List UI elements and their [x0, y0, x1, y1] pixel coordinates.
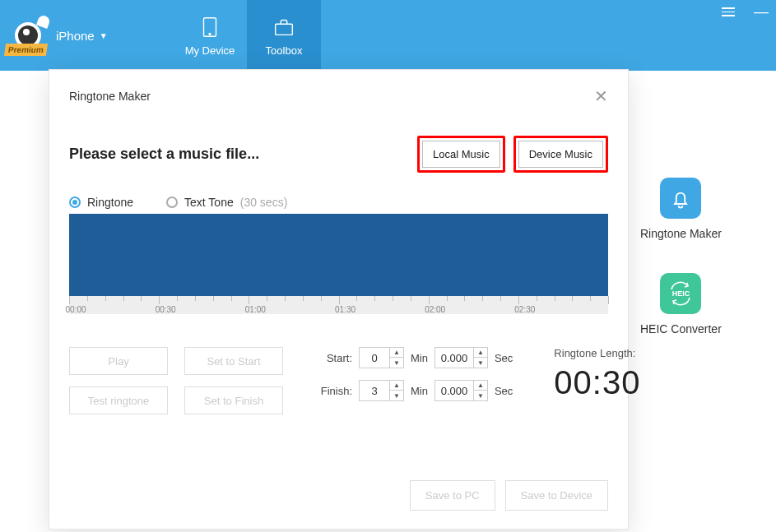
time-ruler: 00:0000:3001:0001:3002:0002:30	[69, 296, 608, 314]
length-label: Ringtone Length:	[554, 347, 640, 359]
toolbox-icon	[272, 15, 296, 39]
tablet-icon	[197, 15, 222, 39]
tile-ringtone-maker[interactable]: Ringtone Maker	[640, 178, 722, 240]
tone-type-radios: Ringtone Text Tone(30 secs)	[69, 196, 608, 209]
dialog-heading: Please select a music file...	[69, 146, 259, 163]
tab-toolbox[interactable]: Toolbox	[247, 0, 321, 71]
nav-tabs: My Device Toolbox	[173, 0, 321, 71]
radio-off-icon	[166, 197, 178, 208]
device-music-button[interactable]: Device Music	[518, 141, 603, 168]
spin-up-icon[interactable]: ▲	[390, 380, 403, 391]
app-logo: Premium	[7, 11, 56, 60]
caret-down-icon: ▼	[100, 31, 108, 40]
radio-label: Text Tone	[184, 196, 234, 209]
ruler-label: 01:00	[245, 305, 266, 314]
tile-label: Ringtone Maker	[640, 227, 722, 240]
texttone-hint: (30 secs)	[240, 196, 288, 209]
heic-badge-text: HEIC	[672, 289, 690, 298]
spin-down-icon[interactable]: ▼	[390, 391, 403, 401]
test-ringtone-button[interactable]: Test ringtone	[69, 386, 168, 414]
spin-down-icon[interactable]: ▼	[390, 358, 403, 368]
ruler-label: 02:30	[514, 305, 535, 314]
svg-rect-2	[276, 24, 293, 35]
radio-label: Ringtone	[87, 196, 133, 209]
start-sec-input[interactable]: ▲▼	[434, 347, 488, 368]
radio-ringtone[interactable]: Ringtone	[69, 196, 133, 209]
svg-point-1	[209, 33, 211, 35]
finish-label: Finish:	[316, 385, 352, 397]
sec-unit: Sec	[495, 352, 513, 364]
tab-label: My Device	[185, 44, 235, 57]
start-label: Start:	[316, 352, 352, 364]
bell-icon	[660, 178, 701, 219]
menu-icon[interactable]	[722, 3, 738, 21]
spin-up-icon[interactable]: ▲	[474, 347, 487, 358]
min-unit: Min	[411, 352, 428, 364]
toolbox-tiles: Ringtone Maker HEIC HEIC Converter	[640, 178, 722, 335]
ruler-label: 02:00	[425, 305, 445, 314]
radio-on-icon	[69, 197, 81, 208]
device-label: iPhone	[56, 29, 95, 43]
spin-up-icon[interactable]: ▲	[474, 380, 487, 391]
finish-min-input[interactable]: ▲▼	[359, 380, 404, 401]
spin-down-icon[interactable]: ▼	[474, 358, 487, 368]
save-row: Save to PC Save to Device	[410, 480, 608, 511]
device-selector[interactable]: iPhone ▼	[56, 29, 108, 43]
window-controls: —	[722, 3, 769, 21]
play-button[interactable]: Play	[69, 347, 168, 375]
set-start-button[interactable]: Set to Start	[184, 347, 283, 375]
highlight-local: Local Music	[417, 136, 505, 173]
dialog-title: Ringtone Maker	[69, 90, 151, 103]
radio-texttone[interactable]: Text Tone(30 secs)	[166, 196, 287, 209]
spin-up-icon[interactable]: ▲	[390, 347, 403, 358]
tile-heic-converter[interactable]: HEIC HEIC Converter	[640, 273, 722, 335]
topbar: Premium iPhone ▼ My Device Toolbox —	[0, 0, 776, 71]
logo-area: Premium iPhone ▼	[0, 0, 173, 71]
source-buttons: Local Music Device Music	[417, 136, 608, 173]
controls-row: Play Test ringtone Set to Start Set to F…	[69, 347, 608, 414]
start-min-input[interactable]: ▲▼	[359, 347, 404, 368]
tab-my-device[interactable]: My Device	[173, 0, 247, 71]
ringtone-maker-dialog: Ringtone Maker ✕ Please select a music f…	[49, 69, 629, 530]
length-value: 00:30	[554, 364, 640, 401]
highlight-device: Device Music	[513, 136, 608, 173]
finish-sec-input[interactable]: ▲▼	[434, 380, 488, 401]
ruler-label: 01:30	[335, 305, 355, 314]
save-device-button[interactable]: Save to Device	[505, 480, 608, 511]
ruler-label: 00:00	[65, 305, 86, 314]
min-unit: Min	[411, 385, 428, 397]
sec-unit: Sec	[495, 385, 513, 397]
premium-badge: Premium	[4, 44, 48, 56]
tab-label: Toolbox	[266, 44, 303, 57]
spin-down-icon[interactable]: ▼	[474, 391, 487, 401]
ruler-label: 00:30	[156, 305, 176, 314]
save-pc-button[interactable]: Save to PC	[410, 480, 495, 511]
minimize-icon[interactable]: —	[753, 3, 769, 21]
set-finish-button[interactable]: Set to Finish	[184, 386, 283, 414]
waveform-area[interactable]	[69, 214, 608, 296]
heic-icon: HEIC	[660, 273, 701, 314]
tile-label: HEIC Converter	[640, 322, 722, 335]
local-music-button[interactable]: Local Music	[422, 141, 500, 168]
close-icon[interactable]: ✕	[594, 86, 608, 106]
